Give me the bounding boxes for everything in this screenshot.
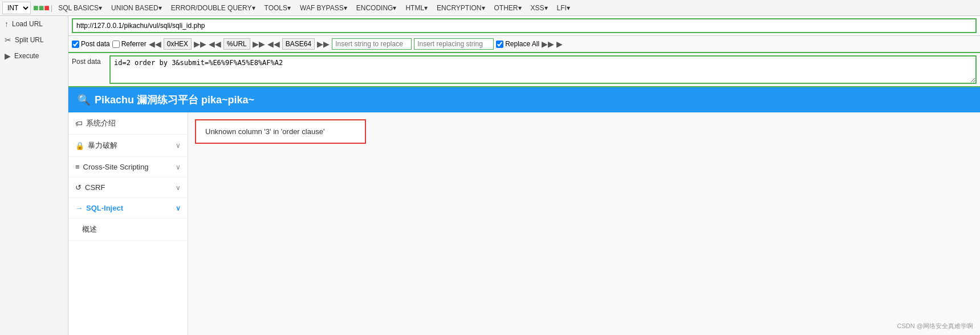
split-url-button[interactable]: ✂ Split URL bbox=[0, 32, 68, 48]
brute-force-icon: 🔒 bbox=[75, 142, 84, 150]
csrf-label: CSRF bbox=[85, 183, 105, 192]
main-content: Unknown column '3' in 'order clause' bbox=[188, 112, 980, 335]
sidebar-item-overview[interactable]: 概述 bbox=[68, 219, 188, 241]
xss-icon: ≡ bbox=[75, 163, 80, 171]
sidebar-item-xss[interactable]: ≡ Cross-Site Scripting ∨ bbox=[68, 157, 188, 177]
base64-button[interactable]: BASE64 bbox=[282, 38, 315, 50]
sidebar-item-sys-intro[interactable]: 🏷 系统介绍 bbox=[68, 112, 188, 135]
main-layout: ↑ Load URL ✂ Split URL ▶ Execute Post da… bbox=[0, 16, 980, 335]
post-data-checkbox[interactable] bbox=[72, 41, 79, 48]
post-data-checkbox-label[interactable]: Post data bbox=[72, 40, 110, 48]
brute-force-label: 暴力破解 bbox=[88, 140, 117, 151]
post-data-checkbox-text: Post data bbox=[81, 40, 110, 48]
sidebar-item-brute-force[interactable]: 🔒 暴力破解 ∨ bbox=[68, 135, 188, 157]
nav-other[interactable]: OTHER▾ bbox=[490, 0, 526, 15]
execute-button[interactable]: ▶ Execute bbox=[0, 48, 68, 64]
nav-tools[interactable]: TOOLS▾ bbox=[260, 0, 295, 15]
top-navigation: INT ■ ■ ■ | SQL BASICS▾ UNION BASED▾ ERR… bbox=[0, 0, 980, 16]
pikachu-icon: 🔍 bbox=[78, 94, 90, 106]
replace-all-text: Replace All bbox=[505, 40, 539, 48]
overview-label: 概述 bbox=[82, 224, 97, 235]
insert-replace-input[interactable] bbox=[332, 38, 412, 50]
content-area: 🏷 系统介绍 🔒 暴力破解 ∨ ≡ Cross-Site Scripting bbox=[68, 112, 980, 335]
nav-sep-1: | bbox=[50, 4, 54, 12]
url-arrow-left: ◀◀ bbox=[209, 39, 221, 49]
xss-chevron: ∨ bbox=[176, 163, 181, 171]
nav-sql-basics[interactable]: SQL BASICS▾ bbox=[54, 0, 107, 15]
watermark: CSDN @网络安全真难学啊 bbox=[897, 322, 973, 330]
indicator-green2: ■ bbox=[39, 3, 44, 13]
toolbar-row: Post data Referrer ◀◀ 0xHEX ▶▶ ◀◀ %URL ▶… bbox=[68, 36, 980, 53]
replace-all-checkbox-label[interactable]: Replace All bbox=[496, 40, 539, 48]
xss-label: Cross-Site Scripting bbox=[83, 163, 149, 171]
referrer-checkbox[interactable] bbox=[112, 41, 120, 48]
error-box: Unknown column '3' in 'order clause' bbox=[195, 119, 366, 144]
brute-force-chevron: ∨ bbox=[176, 142, 181, 150]
indicator-green1: ■ bbox=[33, 3, 39, 13]
nav-html[interactable]: HTML▾ bbox=[401, 0, 432, 15]
execute-label: Execute bbox=[14, 52, 39, 60]
load-url-label: Load URL bbox=[12, 20, 43, 28]
nav-waf-bypass[interactable]: WAF BYPASS▾ bbox=[295, 0, 352, 15]
replace-arrow-right1: ▶▶ bbox=[542, 39, 554, 49]
right-panel: Post data Referrer ◀◀ 0xHEX ▶▶ ◀◀ %URL ▶… bbox=[68, 16, 980, 335]
load-url-button[interactable]: ↑ Load URL bbox=[0, 16, 68, 32]
replace-all-checkbox[interactable] bbox=[496, 41, 503, 48]
nav-union-based[interactable]: UNION BASED▾ bbox=[107, 0, 166, 15]
nav-encryption[interactable]: ENCRYPTION▾ bbox=[432, 0, 489, 15]
load-url-icon: ↑ bbox=[5, 19, 9, 29]
post-data-row: Post data id=2 order by 3&submit=%E6%9F%… bbox=[68, 53, 980, 87]
post-data-label: Post data bbox=[72, 55, 106, 84]
sql-inject-label: SQL-Inject bbox=[86, 204, 123, 212]
execute-icon: ▶ bbox=[5, 51, 11, 60]
split-url-label: Split URL bbox=[15, 36, 44, 44]
referrer-checkbox-text: Referrer bbox=[121, 40, 147, 48]
url-button[interactable]: %URL bbox=[223, 38, 250, 50]
url-arrow-right: ▶▶ bbox=[253, 39, 265, 49]
url-bar bbox=[68, 16, 980, 36]
left-panel: ↑ Load URL ✂ Split URL ▶ Execute bbox=[0, 16, 68, 335]
post-data-textarea[interactable]: id=2 order by 3&submit=%E6%9F%A5%E8%AF%A… bbox=[109, 55, 977, 84]
sidebar-item-sql-inject[interactable]: → SQL-Inject ∨ bbox=[68, 198, 188, 219]
sidebar-item-csrf[interactable]: ↺ CSRF ∨ bbox=[68, 177, 188, 198]
nav-xss[interactable]: XSS▾ bbox=[526, 0, 552, 15]
insert-replacing-input[interactable] bbox=[414, 38, 494, 50]
referrer-checkbox-label[interactable]: Referrer bbox=[112, 40, 147, 48]
hex-arrow-right: ▶▶ bbox=[194, 39, 206, 49]
split-url-icon: ✂ bbox=[5, 35, 11, 45]
replace-arrow-right2: ▶ bbox=[556, 39, 563, 49]
hex-button[interactable]: 0xHEX bbox=[164, 38, 192, 50]
url-input[interactable] bbox=[72, 18, 977, 33]
sql-inject-chevron: ∨ bbox=[176, 204, 181, 212]
csrf-icon: ↺ bbox=[75, 183, 82, 192]
nav-error-double[interactable]: ERROR/DOUBLE QUERY▾ bbox=[166, 0, 260, 15]
sql-inject-icon: → bbox=[75, 204, 83, 212]
base64-arrow-right: ▶▶ bbox=[317, 39, 330, 49]
base64-arrow-left: ◀◀ bbox=[267, 39, 280, 49]
csrf-chevron: ∨ bbox=[176, 184, 181, 192]
sys-intro-label: 系统介绍 bbox=[86, 118, 116, 128]
type-select[interactable]: INT bbox=[2, 2, 31, 14]
nav-encoding[interactable]: ENCODING▾ bbox=[352, 0, 401, 15]
pikachu-title: Pikachu 漏洞练习平台 pika~pika~ bbox=[95, 93, 254, 107]
sidebar: 🏷 系统介绍 🔒 暴力破解 ∨ ≡ Cross-Site Scripting bbox=[68, 112, 188, 335]
hex-arrow-left: ◀◀ bbox=[149, 39, 161, 49]
error-text: Unknown column '3' in 'order clause' bbox=[205, 127, 324, 136]
pikachu-header: 🔍 Pikachu 漏洞练习平台 pika~pika~ bbox=[68, 87, 980, 112]
indicator-red: ■ bbox=[44, 3, 50, 13]
sys-intro-icon: 🏷 bbox=[75, 119, 83, 128]
nav-lfi[interactable]: LFI▾ bbox=[552, 0, 575, 15]
